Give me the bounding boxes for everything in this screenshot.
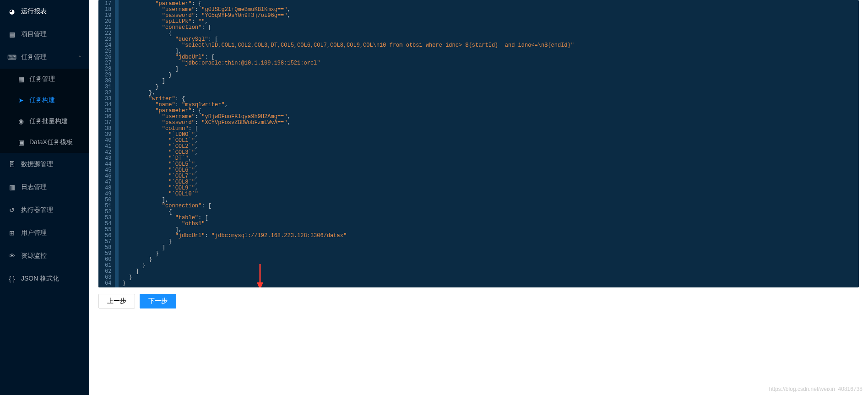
sidebar-item-label: 执行器管理 <box>21 206 53 214</box>
user-icon: ⊞ <box>8 229 16 237</box>
exec-icon: ↺ <box>8 206 16 214</box>
sidebar-item-数据源管理[interactable]: 🗄数据源管理 <box>0 153 89 176</box>
sidebar-item-日志管理[interactable]: ▥日志管理 <box>0 176 89 199</box>
line-gutter: 1718192021222324252627282930313233343536… <box>98 0 115 287</box>
sidebar-item-label: 用户管理 <box>21 229 47 237</box>
sidebar-item-label: 任务管理 <box>21 53 47 61</box>
sidebar-item-执行器管理[interactable]: ↺执行器管理 <box>0 199 89 222</box>
code-editor[interactable]: 1718192021222324252627282930313233343536… <box>98 0 859 287</box>
chevron-icon: ˄ <box>79 55 81 60</box>
sidebar-subitem-任务管理[interactable]: ▦任务管理 <box>0 69 89 90</box>
sidebar: ◕运行报表▤项目管理⌨任务管理˄▦任务管理➤任务构建◉任务批量构建▣DataX任… <box>0 0 89 395</box>
log-icon: ▥ <box>8 184 16 191</box>
sidebar-item-label: 项目管理 <box>21 30 47 38</box>
next-button[interactable]: 下一步 <box>140 294 176 308</box>
list-icon: ▦ <box>17 76 25 83</box>
main-content: 1718192021222324252627282930313233343536… <box>89 0 868 395</box>
sidebar-item-运行报表[interactable]: ◕运行报表 <box>0 0 89 23</box>
template-icon: ▣ <box>17 139 25 146</box>
db-icon: 🗄 <box>8 161 16 168</box>
sidebar-item-label: 日志管理 <box>21 183 47 191</box>
sidebar-item-任务管理[interactable]: ⌨任务管理˄ <box>0 46 89 69</box>
sidebar-subitem-任务构建[interactable]: ➤任务构建 <box>0 90 89 111</box>
button-row: 上一步 下一步 <box>98 287 859 315</box>
sidebar-item-label: DataX任务模板 <box>29 138 73 146</box>
sidebar-item-label: 任务管理 <box>29 75 55 83</box>
task-icon: ⌨ <box>8 54 16 61</box>
code-area[interactable]: "parameter": { "username": "g0JSEg21+Qme… <box>119 0 859 287</box>
prev-button[interactable]: 上一步 <box>98 294 135 308</box>
dashboard-icon: ◕ <box>8 8 16 15</box>
batch-icon: ◉ <box>17 118 25 125</box>
sidebar-item-label: 任务构建 <box>29 96 55 104</box>
sidebar-item-label: 数据源管理 <box>21 160 53 168</box>
send-icon: ➤ <box>17 97 25 104</box>
json-icon: { } <box>8 275 16 282</box>
sidebar-item-label: JSON 格式化 <box>21 275 59 283</box>
fold-column <box>115 0 119 287</box>
watermark: https://blog.csdn.net/weixin_40816738 <box>769 386 863 392</box>
sidebar-item-label: 运行报表 <box>21 7 47 16</box>
monitor-icon: 👁 <box>8 252 16 260</box>
project-icon: ▤ <box>8 31 16 38</box>
sidebar-subitem-DataX任务模板[interactable]: ▣DataX任务模板 <box>0 132 89 153</box>
sidebar-item-项目管理[interactable]: ▤项目管理 <box>0 23 89 46</box>
sidebar-item-label: 任务批量构建 <box>29 117 68 125</box>
sidebar-item-用户管理[interactable]: ⊞用户管理 <box>0 222 89 244</box>
sidebar-item-label: 资源监控 <box>21 252 47 260</box>
sidebar-item-JSON 格式化[interactable]: { }JSON 格式化 <box>0 267 89 290</box>
sidebar-subitem-任务批量构建[interactable]: ◉任务批量构建 <box>0 111 89 132</box>
sidebar-item-资源监控[interactable]: 👁资源监控 <box>0 244 89 267</box>
